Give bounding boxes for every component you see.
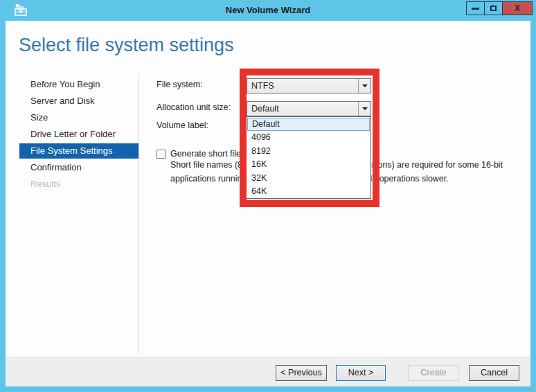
file-system-label: File system: xyxy=(157,80,203,89)
sidebar-item-before-you-begin[interactable]: Before You Begin xyxy=(19,77,139,92)
generate-short-names-checkbox[interactable] xyxy=(157,150,166,159)
sidebar-item-results: Results xyxy=(19,177,139,192)
close-icon: X xyxy=(515,4,520,12)
sidebar-separator xyxy=(139,75,139,355)
cancel-button[interactable]: Cancel xyxy=(469,365,519,381)
maximize-button[interactable] xyxy=(484,1,503,15)
close-button[interactable]: X xyxy=(502,1,533,15)
minimize-button[interactable] xyxy=(466,1,485,15)
create-button: Create xyxy=(408,365,459,381)
next-button[interactable]: Next > xyxy=(336,365,386,381)
page-title: Select file system settings xyxy=(19,35,234,56)
window-title: New Volume Wizard xyxy=(0,0,536,21)
footer: < Previous Next > Create Cancel xyxy=(6,357,530,386)
sidebar-item-drive-letter-or-folder[interactable]: Drive Letter or Folder xyxy=(19,127,139,142)
sidebar-item-confirmation[interactable]: Confirmation xyxy=(19,160,139,175)
minimize-icon xyxy=(472,8,479,10)
allocation-unit-size-label: Allocation unit size: xyxy=(157,103,231,112)
sidebar-item-file-system-settings[interactable]: File System Settings xyxy=(19,143,139,159)
volume-label-label: Volume label: xyxy=(157,121,208,130)
titlebar: New Volume Wizard X xyxy=(0,0,536,21)
sidebar-item-size[interactable]: Size xyxy=(19,110,139,125)
window-controls: X xyxy=(467,1,533,15)
new-volume-wizard-window: New Volume Wizard X Select file system s… xyxy=(0,0,536,392)
wizard-content: Select file system settings Before You B… xyxy=(6,21,530,357)
red-annotation-rectangle xyxy=(240,69,379,207)
sidebar-item-server-and-disk[interactable]: Server and Disk xyxy=(19,93,139,109)
maximize-icon xyxy=(490,6,497,11)
previous-button[interactable]: < Previous xyxy=(276,365,327,381)
